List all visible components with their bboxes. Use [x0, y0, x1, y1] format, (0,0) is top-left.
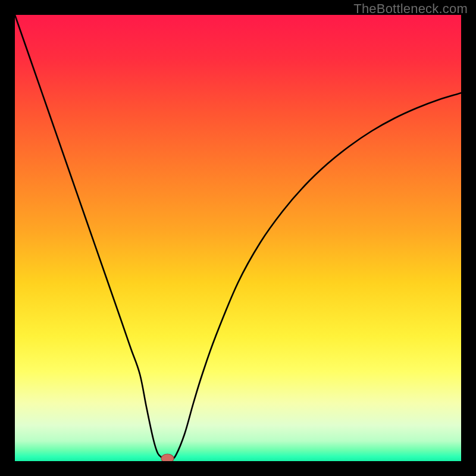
chart-frame: TheBottleneck.com — [0, 0, 476, 476]
chart-svg — [15, 15, 461, 461]
plot-area — [15, 15, 461, 461]
optimal-point-marker — [161, 454, 174, 461]
gradient-background — [15, 15, 461, 461]
